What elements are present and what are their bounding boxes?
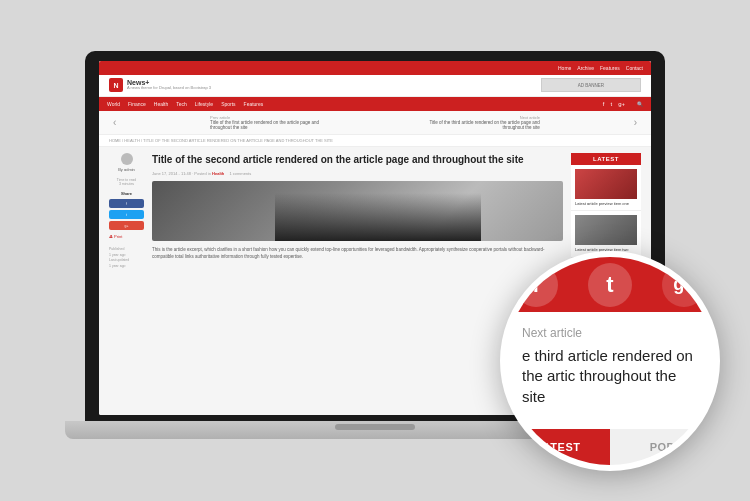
site-header: N News+ A news theme for Drupal, based o… bbox=[99, 75, 651, 97]
prev-arrow[interactable]: ‹ bbox=[109, 117, 120, 128]
article-date: June 17, 2014 - 11:48 bbox=[152, 171, 191, 176]
next-arrow[interactable]: › bbox=[630, 117, 641, 128]
latest-item-1-title: Latest article preview item one bbox=[575, 201, 637, 207]
mag-next-article: Next article e third article rendered on… bbox=[506, 312, 714, 429]
print-button[interactable]: 🖶 Print bbox=[109, 234, 144, 239]
author-avatar bbox=[121, 153, 133, 165]
nav-features[interactable]: Features bbox=[244, 101, 264, 107]
nav-lifestyle[interactable]: Lifestyle bbox=[195, 101, 213, 107]
social-twitter-icon[interactable]: t bbox=[610, 101, 612, 107]
logo-icon: N bbox=[109, 78, 123, 92]
site-logo: N News+ A news theme for Drupal, based o… bbox=[109, 78, 211, 92]
latest-item-2-image bbox=[575, 215, 637, 245]
article-title: Title of the second article rendered on … bbox=[152, 153, 563, 166]
share-label: Share bbox=[109, 191, 144, 196]
time-info: Time to read 3 minutes bbox=[109, 178, 144, 188]
topbar-archive[interactable]: Archive bbox=[577, 65, 594, 71]
nav-search-icon[interactable]: 🔍 bbox=[637, 101, 643, 107]
topbar-home[interactable]: Home bbox=[558, 65, 571, 71]
article-nav-next: Next article Title of the third article … bbox=[420, 115, 540, 130]
main-layout: By admin Time to read 3 minutes Share f … bbox=[99, 147, 651, 276]
nav-social: f t g+ bbox=[603, 101, 625, 107]
ad-banner: AD BANNER bbox=[541, 78, 641, 92]
author-name: By admin bbox=[118, 167, 135, 172]
scene: Home Archive Features Contact N News+ A … bbox=[0, 0, 750, 501]
breadcrumb-path: HOME / HEALTH / TITLE OF THE SECOND ARTI… bbox=[109, 138, 333, 143]
next-title: Title of the third article rendered on t… bbox=[420, 120, 540, 130]
share-twitter[interactable]: t bbox=[109, 210, 144, 219]
nav-health[interactable]: Health bbox=[154, 101, 168, 107]
latest-tab[interactable]: LATEST bbox=[571, 153, 641, 165]
nav-world[interactable]: World bbox=[107, 101, 120, 107]
social-facebook-icon[interactable]: f bbox=[603, 101, 605, 107]
published-info: Published 1 year ago Last updated 1 year… bbox=[109, 247, 144, 269]
sidebar-left: By admin Time to read 3 minutes Share f … bbox=[109, 153, 144, 270]
time-to-read: 3 minutes bbox=[109, 182, 144, 187]
prev-title: Title of the first article rendered on t… bbox=[210, 120, 330, 130]
author-info: By admin bbox=[109, 153, 144, 172]
logo-text-block: News+ A news theme for Drupal, based on … bbox=[127, 79, 211, 91]
site-topbar: Home Archive Features Contact bbox=[99, 61, 651, 75]
magnify-circle: f t g+ Next article e third article rend… bbox=[500, 251, 720, 471]
article-nav: ‹ Prev article Title of the first articl… bbox=[99, 111, 651, 135]
article-comments[interactable]: 1 comments bbox=[229, 171, 251, 176]
article-excerpt: This is the article excerpt, which clari… bbox=[152, 246, 563, 260]
nav-sports[interactable]: Sports bbox=[221, 101, 235, 107]
mag-tab-popular[interactable]: POP bbox=[610, 429, 714, 465]
social-gplus-icon[interactable]: g+ bbox=[618, 101, 625, 107]
topbar-features[interactable]: Features bbox=[600, 65, 620, 71]
latest-item-1-image bbox=[575, 169, 637, 199]
mag-next-label: Next article bbox=[522, 326, 698, 340]
topbar-contact[interactable]: Contact bbox=[626, 65, 643, 71]
article-nav-prev: Prev article Title of the first article … bbox=[210, 115, 330, 130]
mag-twitter-icon[interactable]: t bbox=[588, 263, 632, 307]
mag-gplus-icon[interactable]: g+ bbox=[662, 263, 706, 307]
article-category[interactable]: Health bbox=[212, 171, 224, 176]
mag-next-title: e third article rendered on the artic th… bbox=[522, 346, 698, 407]
breadcrumb: HOME / HEALTH / TITLE OF THE SECOND ARTI… bbox=[99, 135, 651, 147]
share-facebook[interactable]: f bbox=[109, 199, 144, 208]
article-image bbox=[152, 181, 563, 241]
share-gplus[interactable]: g+ bbox=[109, 221, 144, 230]
site-nav: World Finance Health Tech Lifestyle Spor… bbox=[99, 97, 651, 111]
article-main: Title of the second article rendered on … bbox=[152, 153, 563, 270]
last-updated-ago: 1 year ago bbox=[109, 264, 144, 270]
nav-finance[interactable]: Finance bbox=[128, 101, 146, 107]
logo-tagline: A news theme for Drupal, based on Bootst… bbox=[127, 86, 211, 91]
nav-tech[interactable]: Tech bbox=[176, 101, 187, 107]
share-buttons: f t g+ bbox=[109, 199, 144, 230]
article-meta: June 17, 2014 - 11:48 · Posted in Health… bbox=[152, 171, 563, 176]
magnify-content: f t g+ Next article e third article rend… bbox=[506, 257, 714, 465]
latest-item-1: Latest article preview item one bbox=[571, 165, 641, 212]
